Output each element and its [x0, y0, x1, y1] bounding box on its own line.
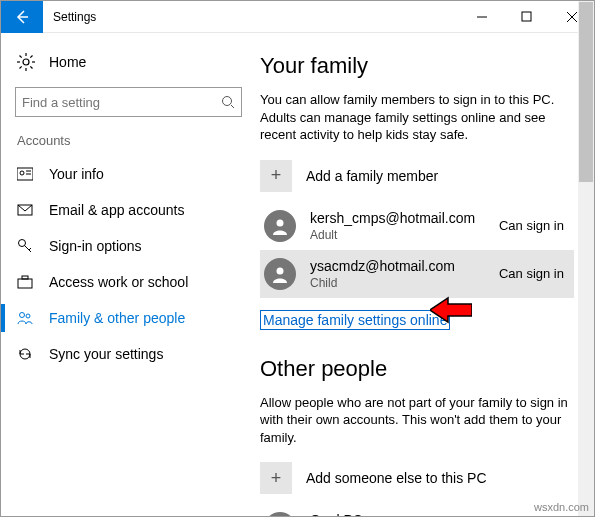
svg-marker-30 [430, 298, 472, 322]
callout-arrow-icon [430, 296, 472, 328]
briefcase-icon [17, 274, 33, 290]
svg-line-11 [30, 56, 32, 58]
minimize-button[interactable] [459, 1, 504, 33]
member-role: Child [310, 276, 499, 290]
maximize-icon [521, 11, 533, 23]
member-status: Can sign in [499, 266, 570, 281]
close-icon [566, 11, 578, 23]
people-icon [17, 310, 33, 326]
scrollbar[interactable] [578, 33, 594, 516]
window-title: Settings [53, 10, 459, 24]
avatar-icon [264, 210, 296, 242]
member-email: kersh_cmps@hotmail.com [310, 210, 499, 226]
home-label: Home [49, 54, 86, 70]
sidebar-item-label: Family & other people [49, 310, 185, 326]
search-icon [215, 95, 241, 109]
sidebar-item-signin[interactable]: Sign-in options [1, 228, 256, 264]
avatar-icon [264, 258, 296, 290]
back-button[interactable] [1, 1, 43, 33]
avatar-icon [264, 512, 296, 516]
plus-icon: + [260, 462, 292, 494]
gear-icon [17, 53, 35, 71]
minimize-icon [476, 11, 488, 23]
add-family-member-button[interactable]: + Add a family member [260, 160, 574, 192]
sidebar-item-label: Sign-in options [49, 238, 142, 254]
svg-rect-23 [18, 279, 32, 288]
sidebar-item-family[interactable]: Family & other people [1, 300, 256, 336]
person-card-icon [17, 166, 33, 182]
scrollbar-thumb[interactable] [579, 33, 593, 182]
svg-point-27 [277, 219, 284, 226]
add-other-person-button[interactable]: + Add someone else to this PC [260, 462, 574, 494]
sidebar-item-label: Your info [49, 166, 104, 182]
svg-point-13 [223, 97, 232, 106]
svg-point-28 [277, 267, 284, 274]
sync-icon [17, 346, 33, 362]
other-people-heading: Other people [260, 356, 574, 382]
account-name: GeekPC [310, 512, 570, 516]
member-status: Can sign in [499, 218, 570, 233]
sidebar-item-work[interactable]: Access work or school [1, 264, 256, 300]
svg-point-20 [19, 240, 26, 247]
svg-line-12 [20, 66, 22, 68]
other-account-row[interactable]: GeekPC Local account [260, 504, 574, 516]
sidebar-item-label: Access work or school [49, 274, 188, 290]
home-button[interactable]: Home [1, 45, 256, 79]
mail-icon [17, 202, 33, 218]
svg-point-4 [23, 59, 29, 65]
family-heading: Your family [260, 53, 574, 79]
maximize-button[interactable] [504, 1, 549, 33]
section-label: Accounts [1, 129, 256, 156]
manage-family-link[interactable]: Manage family settings online [260, 310, 450, 330]
titlebar: Settings [1, 1, 594, 33]
back-arrow-icon [14, 9, 30, 25]
svg-point-26 [26, 314, 30, 318]
svg-rect-1 [522, 12, 531, 21]
sidebar-item-sync[interactable]: Sync your settings [1, 336, 256, 372]
svg-line-9 [20, 56, 22, 58]
search-box[interactable] [15, 87, 242, 117]
main-panel: Your family You can allow family members… [256, 33, 594, 516]
sidebar: Home Accounts Your info Email & app acco… [1, 33, 256, 516]
member-role: Adult [310, 228, 499, 242]
sidebar-item-your-info[interactable]: Your info [1, 156, 256, 192]
family-member-row[interactable]: kersh_cmps@hotmail.com Adult Can sign in [260, 202, 574, 250]
family-member-row[interactable]: ysacmdz@hotmail.com Child Can sign in [260, 250, 574, 298]
other-people-description: Allow people who are not part of your fa… [260, 394, 574, 447]
svg-point-16 [20, 171, 24, 175]
svg-line-10 [30, 66, 32, 68]
svg-line-22 [29, 248, 31, 250]
svg-line-14 [231, 105, 234, 108]
sidebar-item-label: Sync your settings [49, 346, 163, 362]
svg-point-25 [20, 313, 25, 318]
add-other-label: Add someone else to this PC [306, 470, 487, 486]
watermark: wsxdn.com [534, 501, 589, 513]
family-description: You can allow family members to sign in … [260, 91, 574, 144]
key-icon [17, 238, 33, 254]
sidebar-item-label: Email & app accounts [49, 202, 184, 218]
member-email: ysacmdz@hotmail.com [310, 258, 499, 274]
search-input[interactable] [16, 95, 215, 110]
add-family-label: Add a family member [306, 168, 438, 184]
svg-rect-24 [22, 276, 28, 279]
sidebar-item-email[interactable]: Email & app accounts [1, 192, 256, 228]
plus-icon: + [260, 160, 292, 192]
